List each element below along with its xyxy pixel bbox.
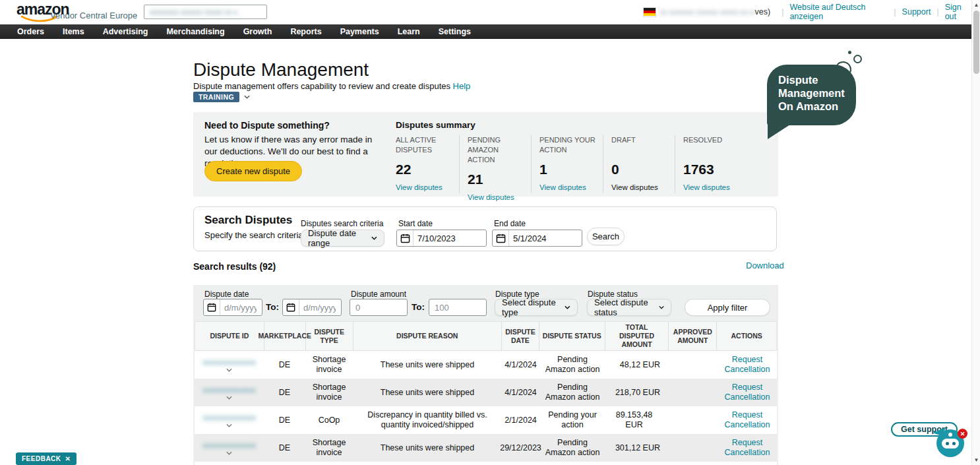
filter-amount-max-field[interactable] [429,299,486,315]
request-cancellation-link[interactable]: Request Cancellation [720,355,774,375]
close-icon[interactable]: ✕ [65,455,71,462]
promo-graphic: Dispute Management On Amazon [767,50,867,142]
main-nav: Orders Items Advertising Merchandising G… [0,24,971,39]
approved-amount-cell [669,379,718,406]
dispute-id-link[interactable]: xxxxxxxxxxxxxx [202,413,256,423]
training-badge[interactable]: TRAINING [193,92,239,102]
dispute-reason-cell: These units were shipped [353,434,502,462]
expand-row-icon[interactable] [226,368,232,372]
nav-reports[interactable]: Reports [281,27,330,36]
language-toggle-link[interactable]: Website auf Deutsch anzeigen [789,3,888,21]
search-disputes-card: Search Disputes Specify the search crite… [193,206,777,251]
support-link[interactable]: Support [902,7,931,16]
total-amount-cell: 218,70 EUR [605,379,669,406]
search-button[interactable]: Search [587,228,625,245]
filter-dispute-date-label: Dispute date [204,290,249,299]
filter-status-select[interactable]: Select dispute status [587,299,671,316]
filter-amount-label: Dispute amount [351,290,406,299]
marketplace-cell: DE [264,406,305,434]
header-right: xx xxxxxxx xxxxxx xxxxx xx xxxxx ves) | … [644,5,971,18]
col-dispute-status: DISPUTE STATUS [539,322,605,350]
dispute-id-link[interactable]: xxxxxxxxxxxxxx [202,385,256,395]
nav-settings[interactable]: Settings [429,27,480,36]
vertical-scrollbar[interactable]: ▲ ▼ [971,0,980,465]
nav-growth[interactable]: Growth [234,27,282,36]
col-dispute-date: DISPUTE DATE [502,322,539,350]
scroll-up-icon[interactable]: ▲ [972,2,980,8]
filter-amount-max-input[interactable] [429,299,487,316]
request-cancellation-link[interactable]: Request Cancellation [720,438,774,458]
scroll-down-icon[interactable]: ▼ [972,457,980,463]
view-disputes-link[interactable]: View disputes [611,183,658,191]
top-header: amazon Vendor Central Europe xxxxxxxx xx… [0,0,971,24]
to-label: To: [412,302,425,312]
dismiss-chatbot-icon[interactable]: ✕ [958,429,967,439]
expand-row-icon[interactable] [226,423,232,427]
marketplace-cell: DE [264,379,305,406]
end-date-field[interactable] [509,233,580,243]
calendar-icon[interactable] [397,230,413,246]
start-date-field[interactable] [413,233,485,243]
approved-amount-cell [669,434,718,462]
filter-amount-min-field[interactable] [350,299,407,315]
germany-flag-icon [644,8,656,16]
dispute-reason-cell: These units were shipped [353,379,502,406]
nav-payments[interactable]: Payments [331,27,388,36]
nav-merchandising[interactable]: Merchandising [157,27,233,36]
dispute-id-link[interactable]: xxxxxxxxxxxxxx [202,357,256,367]
calendar-icon[interactable] [283,299,299,315]
scrollbar-thumb[interactable] [973,11,979,74]
expand-row-icon[interactable] [226,451,232,455]
calendar-icon[interactable] [204,299,220,315]
search-criteria-select[interactable]: Dispute date range [301,230,384,247]
create-new-dispute-button[interactable]: Create new dispute [204,161,302,181]
summary-pending-your: PENDING YOUR ACTION 1 View disputes [532,135,603,193]
filter-date-to-field[interactable] [299,303,340,313]
search-disputes-heading: Search Disputes [204,214,292,227]
view-disputes-link[interactable]: View disputes [539,183,586,191]
col-marketplace: MARKETPLACE [264,322,306,350]
dispute-id-link[interactable]: xxxxxxxxxxxxxx [202,441,256,450]
start-date-label: Start date [398,219,433,228]
apply-filter-button[interactable]: Apply filter [685,299,770,316]
download-link[interactable]: Download [746,261,784,270]
filter-type-select[interactable]: Select dispute type [495,299,578,316]
account-name-redacted: xx xxxxxxx xxxxxx xxxxx xx xxxxx [659,8,754,16]
dispute-date-cell: 2/1/2024 [502,406,539,434]
end-date-label: End date [494,219,526,228]
end-date-input[interactable] [492,230,582,247]
col-dispute-type: DISPUTE TYPE [306,322,353,350]
view-disputes-link[interactable]: View disputes [396,183,443,191]
nav-orders[interactable]: Orders [8,27,53,36]
col-dispute-id: DISPUTE ID [195,322,264,350]
total-amount-cell: 89.153,48 EUR [605,406,669,434]
dispute-type-cell: CoOp [305,406,353,434]
dispute-status-cell: Pending your action [539,406,605,434]
nav-advertising[interactable]: Advertising [94,27,158,36]
help-link[interactable]: Help [453,81,471,91]
calendar-icon[interactable] [493,230,509,246]
dispute-management-bubble: Dispute Management On Amazon [767,65,856,125]
dispute-date-cell: 4/1/2024 [502,351,539,379]
start-date-input[interactable] [396,230,487,247]
filter-date-to-input[interactable] [282,299,342,316]
filter-amount-min-input[interactable] [350,299,408,316]
dispute-date-cell: 4/1/2024 [502,379,539,406]
account-selector[interactable]: xxxxxxxx xxxxxx xxxxx xx x [144,5,267,19]
dispute-type-cell: Shortage invoice [305,434,353,462]
view-disputes-link[interactable]: View disputes [468,193,514,201]
chevron-down-icon[interactable] [244,95,250,99]
request-cancellation-link[interactable]: Request Cancellation [720,383,774,402]
nav-items[interactable]: Items [53,27,94,36]
filter-date-from-input[interactable] [203,299,262,316]
feedback-button[interactable]: FEEDBACK ✕ [16,452,77,465]
request-cancellation-link[interactable]: Request Cancellation [720,410,774,430]
dispute-type-cell: Shortage invoice [305,351,353,379]
expand-row-icon[interactable] [226,396,232,400]
view-disputes-link[interactable]: View disputes [683,183,730,191]
filter-date-from-field[interactable] [220,303,260,313]
decor-circle-small [853,55,862,63]
nav-learn[interactable]: Learn [388,27,429,36]
table-row: xxxxxxxxxxxxxx DE Shortage invoice These… [195,434,777,462]
signout-link[interactable]: Sign out [945,3,971,21]
